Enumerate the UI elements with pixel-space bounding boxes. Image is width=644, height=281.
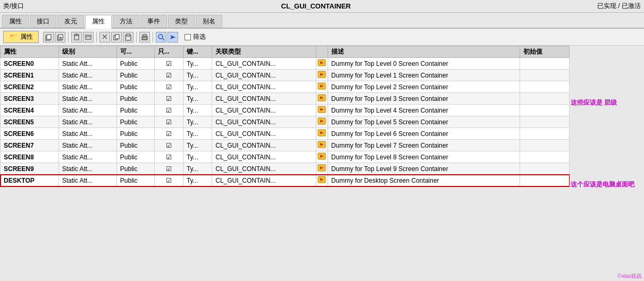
table-cell: DESKTOP	[1, 175, 59, 186]
tab-interface[interactable]: 接口	[30, 15, 56, 28]
table-cell: Ty...	[183, 116, 212, 128]
table-row[interactable]: SCREEN6Static Att...Public☑Ty...CL_GUI_C…	[1, 128, 570, 140]
table-cell: CL_GUI_CONTAIN...	[212, 175, 316, 186]
tab-attr1[interactable]: 属性	[2, 15, 29, 28]
table-row[interactable]: SCREEN9Static Att...Public☑Ty...CL_GUI_C…	[1, 163, 570, 175]
nav-icon-cell[interactable]	[316, 140, 328, 151]
attr-button[interactable]: 📁 属性	[3, 31, 39, 43]
table-row[interactable]: SCREEN3Static Att...Public☑Ty...CL_GUI_C…	[1, 93, 570, 105]
table-cell: SCREEN9	[1, 163, 59, 175]
print-icon-btn[interactable]	[139, 32, 150, 42]
table-cell: SCREEN4	[1, 105, 59, 116]
table-row[interactable]: SCREEN2Static Att...Public☑Ty...CL_GUI_C…	[1, 81, 570, 93]
cut-icon-btn[interactable]	[99, 32, 110, 42]
paste-icon-btn[interactable]	[123, 32, 133, 42]
nav-icon-cell[interactable]	[316, 81, 328, 93]
table-cell: Static Att...	[58, 151, 116, 163]
table-cell: Ty...	[183, 105, 212, 116]
table-cell: Static Att...	[58, 175, 116, 186]
table-cell: CL_GUI_CONTAIN...	[212, 163, 316, 175]
class-interface-label: 类/接口	[3, 2, 24, 11]
svg-rect-9	[86, 35, 91, 39]
navigate-icon-btn[interactable]	[168, 32, 178, 42]
table-row[interactable]: SCREEN7Static Att...Public☑Ty...CL_GUI_C…	[1, 140, 570, 151]
tab-methods[interactable]: 方法	[113, 15, 139, 28]
init-cell	[520, 58, 569, 70]
col-attr: 属性	[1, 46, 59, 58]
table-cell: SCREEN3	[1, 93, 59, 105]
tab-types[interactable]: 类型	[168, 15, 195, 28]
table-row[interactable]: SCREEN4Static Att...Public☑Ty...CL_GUI_C…	[1, 105, 570, 116]
nav-icon-cell[interactable]	[316, 175, 328, 186]
filter-label: 筛选	[193, 32, 206, 41]
table-cell: CL_GUI_CONTAIN...	[212, 140, 316, 151]
init-cell	[520, 105, 569, 116]
table-cell: Static Att...	[58, 163, 116, 175]
tab-friends[interactable]: 友元	[57, 15, 84, 28]
delete-icon-btn[interactable]	[71, 32, 82, 42]
table-row[interactable]: SCREEN5Static Att...Public☑Ty...CL_GUI_C…	[1, 116, 570, 128]
table-cell: Public	[116, 105, 154, 116]
svg-rect-1	[47, 35, 51, 39]
init-cell	[520, 70, 569, 81]
table-cell: SCREEN8	[1, 151, 59, 163]
folder-icon: 📁	[9, 33, 18, 41]
table-cell: Public	[116, 81, 154, 93]
table-cell: Ty...	[183, 151, 212, 163]
table-cell: CL_GUI_CONTAIN...	[212, 81, 316, 93]
table-container[interactable]: 属性 级别 可... 只... 键... 关联类型 描述 初始值 SCREEN0…	[0, 46, 570, 248]
desc-cell: Dummy for Top Level 5 Screen Container	[328, 116, 520, 128]
filter-checkbox[interactable]	[185, 34, 191, 40]
table-cell: Ty...	[183, 140, 212, 151]
find-icon-btn[interactable]	[156, 32, 166, 42]
table-cell: Static Att...	[58, 93, 116, 105]
nav-icon-cell[interactable]	[316, 116, 328, 128]
col-init: 初始值	[520, 46, 569, 58]
tab-aliases[interactable]: 别名	[196, 15, 222, 28]
tab-attr2-active[interactable]: 属性	[85, 15, 112, 29]
desc-cell: Dummy for Top Level 8 Screen Container	[328, 151, 520, 163]
svg-rect-14	[115, 35, 119, 39]
table-cell: Public	[116, 151, 154, 163]
table-cell: ☑	[154, 93, 183, 105]
col-readonly: 只...	[154, 46, 183, 58]
col-level: 级别	[58, 46, 116, 58]
attr-button-label: 属性	[20, 32, 33, 41]
table-cell: SCREEN1	[1, 70, 59, 81]
nav-icon-cell[interactable]	[316, 70, 328, 81]
main-area: 属性 级别 可... 只... 键... 关联类型 描述 初始值 SCREEN0…	[0, 46, 644, 248]
attributes-table: 属性 级别 可... 只... 键... 关联类型 描述 初始值 SCREEN0…	[0, 46, 570, 186]
add-icon-btn[interactable]	[55, 32, 65, 42]
table-cell: Static Att...	[58, 128, 116, 140]
tab-events[interactable]: 事件	[140, 15, 167, 28]
move-icon-btn[interactable]	[83, 32, 94, 42]
table-cell: SCREEN2	[1, 81, 59, 93]
table-row[interactable]: SCREEN0Static Att...Public☑Ty...CL_GUI_C…	[1, 58, 570, 70]
table-row[interactable]: SCREEN1Static Att...Public☑Ty...CL_GUI_C…	[1, 70, 570, 81]
col-visibility: 可...	[116, 46, 154, 58]
table-row[interactable]: DESKTOPStatic Att...Public☑Ty...CL_GUI_C…	[1, 175, 570, 186]
nav-icon-cell[interactable]	[316, 105, 328, 116]
table-row[interactable]: SCREEN8Static Att...Public☑Ty...CL_GUI_C…	[1, 151, 570, 163]
table-cell: CL_GUI_CONTAIN...	[212, 93, 316, 105]
table-header-row: 属性 级别 可... 只... 键... 关联类型 描述 初始值	[1, 46, 570, 58]
nav-icon-cell[interactable]	[316, 151, 328, 163]
table-cell: Static Att...	[58, 105, 116, 116]
table-cell: Static Att...	[58, 116, 116, 128]
nav-icon-cell[interactable]	[316, 58, 328, 70]
top-bar: 类/接口 CL_GUI_CONTAINER 已实现 / 已激活	[0, 0, 644, 13]
copy-icon-btn[interactable]	[43, 32, 54, 42]
table-cell: Ty...	[183, 163, 212, 175]
init-cell	[520, 81, 569, 93]
desc-cell: Dummy for Top Level 2 Screen Container	[328, 81, 520, 93]
table-cell: ☑	[154, 81, 183, 93]
col-desc: 描述	[328, 46, 520, 58]
table-cell: CL_GUI_CONTAIN...	[212, 70, 316, 81]
nav-icon-cell[interactable]	[316, 163, 328, 175]
nav-icon-cell[interactable]	[316, 93, 328, 105]
nav-icon-cell[interactable]	[316, 128, 328, 140]
desc-cell: Dummy for Top Level 4 Screen Container	[328, 105, 520, 116]
init-cell	[520, 163, 569, 175]
copy2-icon-btn[interactable]	[111, 32, 122, 42]
table-cell: Public	[116, 58, 154, 70]
